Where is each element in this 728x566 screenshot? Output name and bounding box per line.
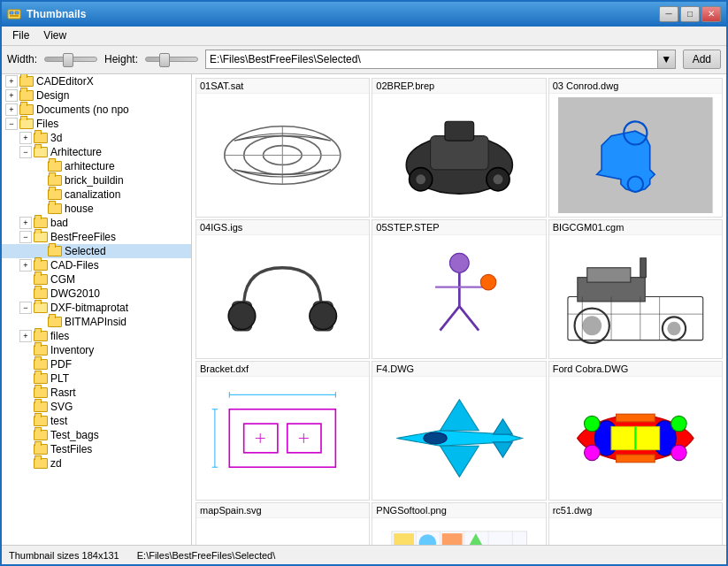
tree-node-cad-files[interactable]: +CAD-Files	[2, 258, 191, 272]
tree-toggle-test_bags	[19, 429, 32, 441]
tree-node-arhitecture2[interactable]: arhitecture	[2, 159, 191, 173]
add-button[interactable]: Add	[683, 50, 721, 69]
tree-toggle-files2[interactable]: +	[19, 330, 32, 342]
maximize-button[interactable]: □	[680, 6, 700, 22]
tree-toggle-bestfreefiles[interactable]: −	[19, 231, 32, 243]
svg-rect-130	[558, 522, 713, 545]
tree-node-rasrt[interactable]: Rasrt	[2, 386, 191, 400]
tree-toggle-cad-files[interactable]: +	[19, 259, 32, 272]
thumb-cell-pngsoftool[interactable]: PNGSoftool.png PNG tool soft	[372, 502, 546, 545]
tree-node-bitmapinsid[interactable]: BITMAPInsid	[2, 315, 191, 329]
tree-node-cgm[interactable]: CGM	[2, 272, 191, 287]
path-dropdown-button[interactable]: ▼	[658, 50, 676, 69]
thumb-cell-02brep[interactable]: 02BREP.brep	[372, 78, 546, 218]
tree-node-canalization[interactable]: canalization	[2, 187, 191, 202]
tree-node-plt[interactable]: PLT	[2, 371, 191, 386]
path-input[interactable]	[205, 50, 658, 69]
status-bar: Thumbnail sizes 184x131 E:\Files\BestFre…	[2, 545, 726, 564]
height-slider[interactable]	[145, 57, 198, 62]
tree-node-house[interactable]: house	[2, 202, 191, 216]
tree-node-testfiles[interactable]: TestFiles	[2, 442, 191, 456]
tree-label-cad-files: CAD-Files	[50, 259, 99, 272]
folder-icon-bad	[34, 218, 48, 228]
svg-point-32	[480, 274, 495, 289]
folder-icon-house	[48, 203, 62, 214]
tree-label-design: Design	[36, 89, 69, 102]
svg-rect-3	[10, 15, 19, 17]
folder-icon-files2	[34, 331, 48, 341]
thumb-image-pngsoftool: PNG tool soft	[372, 518, 545, 545]
tree-node-files2[interactable]: +files	[2, 329, 191, 343]
svg-point-27	[449, 253, 469, 272]
tree-toggle-dwg2010	[19, 287, 32, 300]
thumb-cell-01sat[interactable]: 01SAT.sat	[195, 78, 370, 218]
tree-node-3d[interactable]: +3d	[2, 131, 191, 145]
tree-node-design[interactable]: +Design	[2, 88, 191, 103]
width-slider[interactable]	[44, 57, 97, 62]
tree-toggle-pdf	[19, 358, 32, 371]
tree-toggle-brick_buildin	[34, 174, 46, 187]
tree-toggle-inventory	[19, 344, 32, 356]
tree-toggle-files[interactable]: −	[5, 118, 18, 130]
tree-toggle-3d[interactable]: +	[19, 132, 32, 144]
tree-node-dxf-bitmaprotat[interactable]: −DXF-bitmaprotat	[2, 301, 191, 315]
tree-node-test_bags[interactable]: Test_bags	[2, 428, 191, 442]
tree-label-arhitecture2: arhitecture	[65, 160, 115, 172]
tree-toggle-documents[interactable]: +	[5, 103, 18, 116]
tree-node-test[interactable]: test	[2, 414, 191, 428]
tree-label-dxf-bitmaprotat: DXF-bitmaprotat	[50, 302, 128, 314]
thumb-cell-04igs[interactable]: 04IGS.igs	[195, 219, 370, 359]
tree-node-bad[interactable]: +bad	[2, 216, 191, 230]
svg-point-38	[582, 316, 602, 335]
thumb-cell-mapspain[interactable]: mapSpain.svg	[195, 502, 370, 545]
tree-node-zd[interactable]: zd	[2, 456, 191, 470]
thumb-cell-fordcobra[interactable]: Ford Cobra.DWG	[548, 361, 723, 501]
thumb-cell-rc51[interactable]: rc51.dwg	[548, 502, 723, 545]
tree-toggle-bitmapinsid	[34, 316, 46, 328]
tree-toggle-arhitecture[interactable]: −	[19, 146, 32, 158]
tree-toggle-cadeditorx[interactable]: +	[5, 75, 18, 88]
thumb-image-bigcgm	[549, 235, 722, 358]
tree-node-inventory[interactable]: Inventory	[2, 343, 191, 357]
tree-label-test: test	[50, 415, 67, 427]
folder-icon-bitmapinsid	[48, 317, 62, 327]
thumb-label-bigcgm: BIGCGM01.cgm	[549, 220, 722, 235]
minimize-button[interactable]: ─	[659, 6, 678, 22]
thumb-cell-f4dwg[interactable]: F4.DWG	[372, 361, 546, 501]
view-menu[interactable]: View	[36, 27, 73, 43]
thumb-cell-03conrod[interactable]: 03 Conrod.dwg	[548, 78, 723, 218]
tree-label-cadeditorx: CADEditorX	[36, 75, 94, 88]
svg-rect-21	[205, 239, 360, 355]
file-menu[interactable]: File	[5, 27, 36, 43]
tree-node-documents[interactable]: +Documents (no npo	[2, 103, 191, 117]
svg-point-25	[310, 302, 337, 330]
tree-node-brick_buildin[interactable]: brick_buildin	[2, 173, 191, 187]
tree-toggle-bad[interactable]: +	[19, 217, 32, 229]
thumb-cell-bracket[interactable]: Bracket.dxf	[195, 361, 370, 501]
svg-point-70	[584, 445, 599, 460]
thumb-label-04igs: 04IGS.igs	[196, 220, 369, 235]
tree-node-cadeditorx[interactable]: +CADEditorX	[2, 74, 191, 88]
tree-node-arhitecture[interactable]: −Arhitecture	[2, 145, 191, 159]
thumb-image-02brep	[372, 94, 545, 217]
tree-node-bestfreefiles[interactable]: −BestFreeFiles	[2, 230, 191, 244]
tree-node-selected[interactable]: Selected	[2, 244, 191, 258]
tree-label-files: Files	[36, 118, 58, 130]
title-bar: Thumbnails ─ □ ✕	[2, 2, 726, 27]
tree-node-files[interactable]: −Files	[2, 117, 191, 131]
thumb-cell-bigcgm[interactable]: BIGCGM01.cgm	[548, 219, 723, 359]
tree-label-inventory: Inventory	[50, 344, 94, 356]
folder-icon-plt	[34, 373, 48, 384]
tree-node-svg[interactable]: SVG	[2, 400, 191, 414]
tree-toggle-design[interactable]: +	[5, 89, 18, 102]
tree-toggle-arhitecture2	[34, 160, 46, 172]
tree-toggle-canalization	[34, 188, 46, 201]
close-button[interactable]: ✕	[701, 6, 721, 22]
folder-icon-selected	[48, 246, 62, 256]
tree-node-dwg2010[interactable]: DWG2010	[2, 287, 191, 301]
tree-toggle-dxf-bitmaprotat[interactable]: −	[19, 302, 32, 314]
tree-node-pdf[interactable]: PDF	[2, 357, 191, 371]
thumbnail-grid: 01SAT.sat 02BREP.brep 03 Conrod.dwg 04IG…	[192, 74, 726, 545]
thumb-image-05step	[372, 235, 545, 358]
thumb-cell-05step[interactable]: 05STEP.STEP	[372, 219, 546, 359]
